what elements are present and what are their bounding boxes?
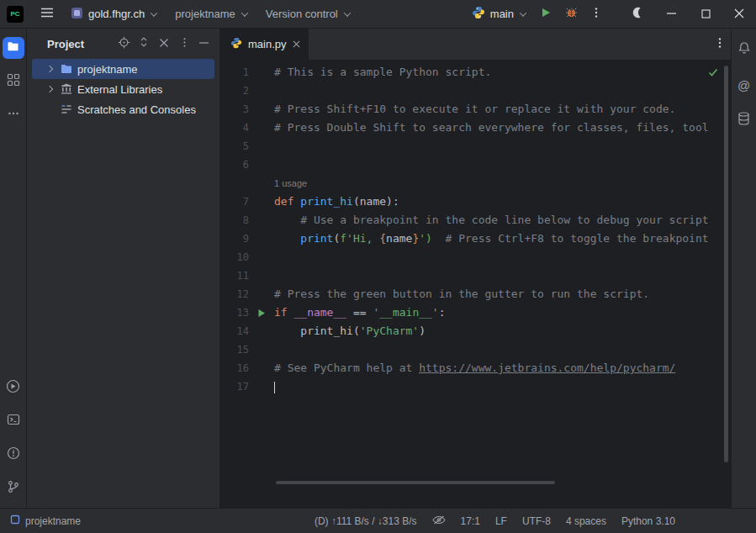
- terminal-toolwindow-button[interactable]: [3, 410, 24, 432]
- editor-tabbar: main.py: [220, 29, 731, 60]
- network-speed-widget[interactable]: (D) ↑111 B/s / ↓313 B/s: [315, 515, 417, 527]
- run-line-icon[interactable]: [249, 303, 274, 322]
- gutter-slot: [249, 100, 274, 119]
- more-toolwindows-button[interactable]: [3, 104, 24, 126]
- interpreter-widget[interactable]: Python 3.10: [621, 515, 675, 527]
- panel-options-button[interactable]: [176, 35, 193, 52]
- line-number[interactable]: 9: [220, 230, 249, 248]
- git-toolwindow-button[interactable]: [3, 478, 24, 499]
- code-lines: 1# This is a sample Python script.23# Pr…: [220, 63, 731, 396]
- ai-assistant-button[interactable]: @: [733, 74, 755, 96]
- code-text[interactable]: # Press Shift+F10 to execute it or repla…: [274, 100, 675, 119]
- project-toolwindow-button[interactable]: [3, 37, 24, 59]
- maximize-button[interactable]: [689, 0, 722, 29]
- line-number[interactable]: [220, 174, 249, 193]
- tab-label: main.py: [248, 38, 287, 50]
- gutter-slot: [249, 248, 274, 266]
- line-separator-widget[interactable]: LF: [495, 515, 507, 527]
- indent-widget[interactable]: 4 spaces: [566, 515, 606, 527]
- chevron-right-icon[interactable]: [44, 63, 56, 75]
- eye-slash-icon[interactable]: [432, 515, 446, 528]
- vcs-selector[interactable]: Version control: [259, 3, 357, 24]
- code-line: 12# Press the green button in the gutter…: [220, 285, 731, 303]
- structure-toolwindow-button[interactable]: [3, 71, 24, 92]
- text-caret: [274, 382, 275, 393]
- gutter-slot: [249, 174, 274, 193]
- statusbar-project-widget[interactable]: projektname: [10, 515, 81, 527]
- tab-main-py[interactable]: main.py: [220, 29, 309, 60]
- code-line: 13if __name__ == '__main__':: [220, 303, 731, 322]
- code-text[interactable]: # Use a breakpoint in the code line belo…: [274, 211, 709, 230]
- expand-collapse-button[interactable]: [135, 35, 152, 52]
- line-number[interactable]: 2: [220, 82, 249, 100]
- line-number[interactable]: 13: [220, 303, 249, 322]
- code-text[interactable]: if __name__ == '__main__':: [274, 303, 446, 322]
- code-text[interactable]: [274, 377, 275, 396]
- line-number[interactable]: 5: [220, 137, 249, 156]
- database-icon: [737, 112, 750, 129]
- line-number[interactable]: 4: [220, 119, 249, 137]
- line-number[interactable]: 15: [220, 340, 249, 359]
- line-number[interactable]: 12: [220, 285, 249, 303]
- collapse-all-button[interactable]: [156, 35, 172, 52]
- line-number[interactable]: 8: [220, 211, 249, 230]
- code-text[interactable]: # Press Double Shift to search everywher…: [274, 119, 709, 137]
- moon-button[interactable]: [621, 0, 655, 29]
- problems-toolwindow-button[interactable]: [3, 444, 24, 466]
- locate-file-button[interactable]: [115, 35, 132, 52]
- minimize-icon: [667, 7, 677, 22]
- encoding-widget[interactable]: UTF-8: [522, 515, 551, 527]
- gutter-slot: [249, 211, 274, 230]
- line-number[interactable]: 7: [220, 193, 249, 211]
- line-number[interactable]: 6: [220, 156, 249, 174]
- horizontal-scrollbar[interactable]: [276, 481, 555, 484]
- project-selector[interactable]: gold.fhgr.ch: [64, 3, 163, 26]
- code-text[interactable]: # Press the green button in the gutter t…: [274, 285, 649, 303]
- tree-item-scratches-and-consoles[interactable]: Scratches and Consoles: [32, 99, 214, 119]
- usage-hint[interactable]: 1 usage: [274, 174, 307, 193]
- vcs-selector-label: Version control: [266, 8, 338, 20]
- minimize-button[interactable]: [655, 0, 689, 29]
- code-text[interactable]: def print_hi(name):: [274, 193, 399, 211]
- line-number[interactable]: 10: [220, 248, 249, 266]
- notifications-button[interactable]: [733, 39, 755, 61]
- code-text[interactable]: # See PyCharm help at https://www.jetbra…: [274, 359, 675, 377]
- close-button[interactable]: [722, 0, 756, 29]
- run-config-selector[interactable]: main: [465, 2, 532, 26]
- line-number[interactable]: 3: [220, 100, 249, 119]
- bell-icon: [737, 41, 751, 58]
- run-toolwindow-button[interactable]: [3, 377, 24, 398]
- database-button[interactable]: [733, 109, 755, 131]
- main-menu-button[interactable]: [35, 3, 59, 26]
- run-button[interactable]: [534, 3, 558, 26]
- tree-item-external-libraries[interactable]: External Libraries: [32, 79, 214, 99]
- tab-close-icon[interactable]: [293, 38, 300, 50]
- python-file-icon: [230, 37, 242, 51]
- more-actions-button[interactable]: [584, 3, 608, 26]
- line-number[interactable]: 11: [220, 266, 249, 285]
- kebab-icon: [714, 37, 726, 52]
- hide-panel-button[interactable]: [196, 35, 213, 52]
- code-line: 3# Press Shift+F10 to execute it or repl…: [220, 100, 731, 119]
- code-text[interactable]: # This is a sample Python script.: [274, 63, 491, 82]
- module-selector[interactable]: projektname: [168, 3, 254, 24]
- code-line: 1# This is a sample Python script.: [220, 63, 731, 82]
- chevron-right-icon[interactable]: [44, 83, 56, 95]
- line-number[interactable]: 1: [220, 63, 249, 82]
- library-icon: [59, 82, 74, 96]
- debug-button[interactable]: [559, 3, 583, 26]
- line-number[interactable]: 17: [220, 377, 249, 396]
- vertical-scrollbar[interactable]: [724, 66, 728, 462]
- code-text[interactable]: print(f'Hi, {name}') # Press Ctrl+F8 to …: [274, 230, 709, 248]
- debug-bug-icon: [565, 6, 578, 22]
- inspections-ok-icon[interactable]: [707, 66, 719, 82]
- caret-position-widget[interactable]: 17:1: [461, 515, 480, 527]
- code-editor[interactable]: 1# This is a sample Python script.23# Pr…: [220, 60, 731, 508]
- tab-options-button[interactable]: [714, 29, 731, 60]
- code-line: 11: [220, 266, 731, 285]
- line-number[interactable]: 16: [220, 359, 249, 377]
- code-text[interactable]: print_hi('PyCharm'): [274, 322, 426, 340]
- project-panel-title: Project: [47, 38, 84, 50]
- tree-item-projektname[interactable]: projektname: [32, 59, 214, 79]
- line-number[interactable]: 14: [220, 322, 249, 340]
